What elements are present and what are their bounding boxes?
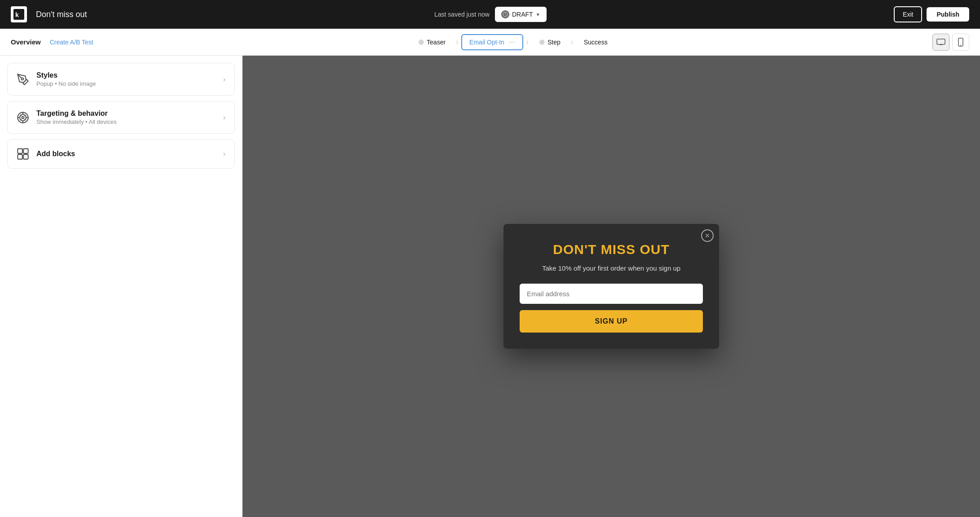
svg-point-11 <box>22 116 24 118</box>
svg-point-7 <box>960 44 961 45</box>
preview-area: ✕ DON'T MISS OUT Take 10% off your first… <box>243 56 980 517</box>
secondary-navigation: Overview Create A/B Test ⊕ Teaser › Emai… <box>0 29 980 56</box>
teaser-plus-icon: ⊕ <box>418 38 424 46</box>
email-optin-step-button[interactable]: Email Opt-In ⋯ <box>461 34 523 50</box>
teaser-step-button[interactable]: ⊕ Teaser <box>411 34 453 50</box>
page-title: Don't miss out <box>36 10 87 19</box>
topnav-left: k Don't miss out <box>11 6 87 22</box>
popup-preview: ✕ DON'T MISS OUT Take 10% off your first… <box>503 224 719 349</box>
success-label: Success <box>584 39 608 46</box>
step-plus-icon: ⊕ <box>539 38 545 46</box>
create-ab-test-link[interactable]: Create A/B Test <box>50 39 93 46</box>
addblocks-card[interactable]: Add blocks › <box>7 139 235 169</box>
svg-rect-3 <box>937 39 945 44</box>
email-optin-label: Email Opt-In <box>469 39 504 46</box>
overview-label: Overview <box>11 38 41 46</box>
targeting-icon <box>17 111 29 124</box>
popup-close-button[interactable]: ✕ <box>701 229 714 242</box>
secondnav-left: Overview Create A/B Test <box>11 38 93 46</box>
popup-title: DON'T MISS OUT <box>520 242 703 257</box>
popup-subtitle: Take 10% off your first order when you s… <box>520 263 703 273</box>
publish-button[interactable]: Publish <box>927 7 969 22</box>
popup-email-input[interactable] <box>520 284 703 304</box>
step-separator-3: › <box>571 37 574 47</box>
draft-chevron-icon: ▼ <box>536 12 540 17</box>
styles-card-left: Styles Popup • No side image <box>17 71 96 87</box>
teaser-label: Teaser <box>427 39 446 46</box>
top-navigation: k Don't miss out Last saved just now DRA… <box>0 0 980 29</box>
addblocks-chevron-icon: › <box>223 150 225 158</box>
step-label: Step <box>547 39 561 46</box>
targeting-subtitle: Show immediately • All devices <box>36 118 117 125</box>
exit-button[interactable]: Exit <box>894 6 922 22</box>
targeting-chevron-icon: › <box>223 114 225 122</box>
targeting-title: Targeting & behavior <box>36 110 117 118</box>
styles-chevron-icon: › <box>223 75 225 83</box>
styles-title: Styles <box>36 71 96 79</box>
addblocks-icon <box>17 148 29 160</box>
addblocks-card-left: Add blocks <box>17 148 75 160</box>
draft-status-icon <box>501 10 509 18</box>
svg-rect-12 <box>18 149 22 153</box>
klaviyo-logo-icon: k <box>11 6 27 22</box>
svg-rect-15 <box>23 154 28 159</box>
targeting-card-text: Targeting & behavior Show immediately • … <box>36 110 117 125</box>
styles-subtitle: Popup • No side image <box>36 80 96 87</box>
add-step-button[interactable]: ⊕ Step <box>531 34 568 50</box>
topnav-center: Last saved just now DRAFT ▼ <box>434 7 547 22</box>
last-saved-text: Last saved just now <box>434 11 490 18</box>
targeting-card-left: Targeting & behavior Show immediately • … <box>17 110 117 125</box>
draft-button[interactable]: DRAFT ▼ <box>495 7 547 22</box>
success-step-button[interactable]: Success <box>576 35 615 50</box>
svg-rect-14 <box>18 154 22 159</box>
addblocks-card-text: Add blocks <box>36 150 75 158</box>
step-separator-1: › <box>456 37 459 47</box>
topnav-right: Exit Publish <box>894 6 969 22</box>
popup-signup-button[interactable]: SIGN UP <box>520 310 703 333</box>
desktop-view-button[interactable] <box>932 34 949 51</box>
styles-card[interactable]: Styles Popup • No side image › <box>7 63 235 96</box>
secondnav-steps: ⊕ Teaser › Email Opt-In ⋯ › ⊕ Step › Suc… <box>411 34 615 50</box>
sidebar: Styles Popup • No side image › Targeting… <box>0 56 243 517</box>
step-separator-2: › <box>526 37 529 47</box>
main-layout: Styles Popup • No side image › Targeting… <box>0 56 980 517</box>
addblocks-title: Add blocks <box>36 150 75 158</box>
svg-rect-13 <box>23 149 28 153</box>
svg-text:k: k <box>15 11 19 18</box>
klaviyo-logo: k <box>11 6 27 22</box>
targeting-card[interactable]: Targeting & behavior Show immediately • … <box>7 101 235 134</box>
svg-point-8 <box>22 78 24 80</box>
secondnav-view-controls <box>932 34 969 51</box>
mobile-view-button[interactable] <box>952 34 969 51</box>
styles-icon <box>17 73 29 86</box>
draft-label: DRAFT <box>512 11 533 18</box>
styles-card-text: Styles Popup • No side image <box>36 71 96 87</box>
email-optin-more-icon[interactable]: ⋯ <box>509 39 515 46</box>
